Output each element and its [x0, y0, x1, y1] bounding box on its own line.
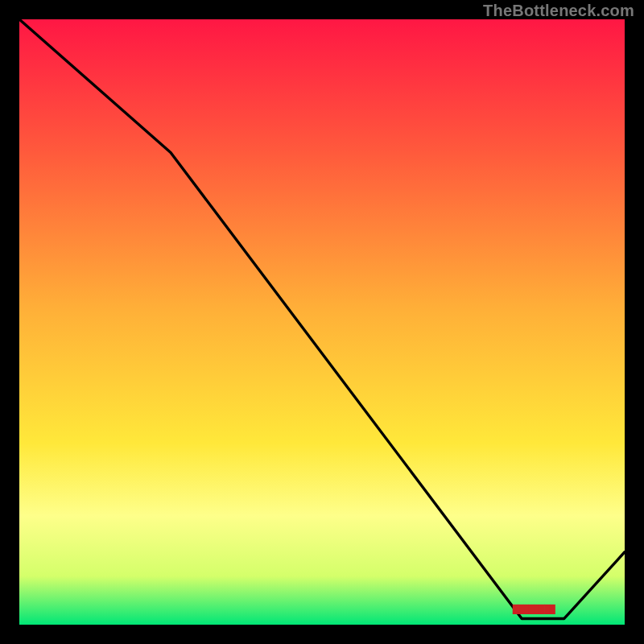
chart-frame: TheBottleneck.com ████████: [0, 0, 644, 644]
bottleneck-chart: [19, 19, 625, 625]
curve-minimum-label: ████████: [513, 605, 555, 613]
watermark-text: TheBottleneck.com: [483, 2, 634, 20]
chart-background: [19, 19, 625, 625]
